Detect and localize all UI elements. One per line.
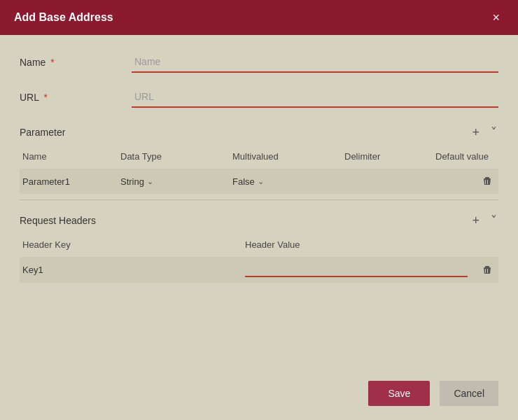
trash-icon [482, 265, 493, 276]
param-col-name: Name [22, 151, 120, 162]
param-col-delimiter: Delimiter [344, 151, 435, 162]
url-required-star: * [43, 92, 47, 103]
url-label: URL * [20, 92, 132, 103]
parameter-table-header: Name Data Type Multivalued Delimiter Def… [20, 147, 498, 166]
header-value-input[interactable] [245, 262, 468, 277]
name-input[interactable] [132, 52, 498, 73]
headers-section-label: Request Headers [20, 215, 96, 226]
header-col-key: Header Key [22, 239, 245, 250]
add-base-address-dialog: Add Base Address × Name * URL * Paramete… [0, 0, 518, 420]
dialog-body: Name * URL * Parameter + ˅ Name Data Typ… [0, 35, 518, 372]
name-required-star: * [50, 57, 54, 68]
param-multivalued-value: False [232, 176, 255, 187]
dialog-footer: Save Cancel [0, 372, 518, 420]
param-delete-button[interactable] [479, 174, 496, 188]
parameter-row: Parameter1 String ⌄ False ⌄ [20, 169, 498, 194]
section-divider [20, 200, 498, 200]
dialog-title: Add Base Address [14, 11, 113, 24]
header-col-action [468, 239, 496, 250]
save-button[interactable]: Save [368, 381, 430, 406]
trash-icon [482, 176, 493, 187]
header-value-cell [245, 262, 468, 277]
parameter-collapse-button[interactable]: ˅ [489, 125, 498, 140]
name-label: Name * [20, 57, 132, 68]
header-action-cell [468, 263, 496, 277]
param-multivalued-chevron-icon: ⌄ [258, 177, 264, 186]
header-delete-button[interactable] [479, 263, 496, 277]
param-type-value: String [120, 176, 144, 187]
cancel-button[interactable]: Cancel [440, 381, 498, 406]
close-button[interactable]: × [488, 10, 504, 25]
header-key-cell: Key1 [22, 265, 245, 275]
param-action-cell [435, 174, 496, 188]
parameter-add-button[interactable]: + [470, 125, 481, 140]
param-col-type: Data Type [120, 151, 232, 162]
param-name-cell: Parameter1 [22, 176, 120, 187]
url-field-row: URL * [20, 87, 498, 108]
parameter-section-header: Parameter + ˅ [20, 122, 498, 140]
headers-section-header: Request Headers + ˅ [20, 210, 498, 228]
param-type-cell: String ⌄ [120, 176, 232, 187]
url-input[interactable] [132, 87, 498, 108]
headers-collapse-button[interactable]: ˅ [489, 213, 498, 228]
parameter-section-label: Parameter [20, 127, 65, 138]
param-name-value: Parameter1 [22, 176, 70, 187]
name-field-row: Name * [20, 52, 498, 73]
header-row: Key1 [20, 257, 498, 283]
header-table-header: Header Key Header Value [20, 235, 498, 254]
header-key-value: Key1 [22, 265, 43, 275]
param-col-multivalued: Multivalued [232, 151, 344, 162]
dialog-header: Add Base Address × [0, 0, 518, 35]
parameter-section-actions: + ˅ [470, 125, 498, 140]
header-col-value: Header Value [245, 239, 468, 250]
headers-add-button[interactable]: + [470, 213, 481, 228]
param-type-chevron-icon: ⌄ [147, 177, 153, 186]
param-multivalued-cell: False ⌄ [232, 176, 344, 187]
param-col-default: Default value [435, 151, 496, 162]
headers-section-actions: + ˅ [470, 213, 498, 228]
